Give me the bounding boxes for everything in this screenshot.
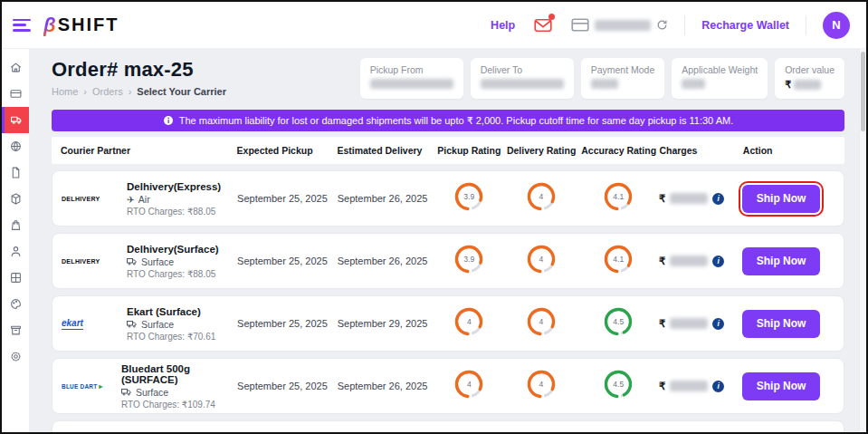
delhivery-logo: DELHIVERY: [62, 196, 100, 202]
charges-cell: ₹ i: [659, 317, 742, 330]
column-header-estimated-delivery: Estimated Delivery: [337, 145, 434, 156]
pickup-rating-cell: 4: [434, 369, 504, 403]
breadcrumb-separator: ›: [83, 86, 87, 97]
redacted-value: [370, 79, 453, 89]
expected-pickup-cell: September 25, 2025: [237, 381, 338, 391]
estimated-delivery-cell: September 26, 2025: [338, 193, 434, 204]
sidebar-item-person[interactable]: [2, 238, 29, 265]
info-card-order-value: Order value ₹: [775, 58, 844, 99]
sidebar-item-grid[interactable]: [2, 265, 29, 291]
column-header-expected-pickup: Expected Pickup: [237, 145, 338, 156]
redacted-value: [682, 79, 705, 89]
notification-dot: [548, 14, 555, 20]
mode-label: Air: [138, 194, 150, 205]
carrier-row-bluedart-500g-express-: BLUE DART ▸ Bluedart 500g (EXPRESS): [52, 420, 844, 434]
rating-gauge: 4.5: [603, 306, 634, 337]
breadcrumb-home[interactable]: Home: [52, 86, 78, 97]
sidebar-item-archive[interactable]: [2, 317, 29, 343]
column-header-delivery-rating: Delivery Rating: [504, 145, 578, 156]
sidebar-item-document[interactable]: [2, 159, 29, 186]
wallet-balance: [571, 18, 668, 32]
divider: [684, 15, 685, 35]
help-link[interactable]: Help: [491, 19, 515, 32]
accuracy-rating-cell: 4.5: [578, 306, 659, 341]
plane-icon: ✈: [127, 194, 135, 205]
app-window: β SHIFT Help Recharge Wallet N Order#: [0, 0, 868, 434]
courier-partner-cell: DELHIVERY Delhivery(Surface) SurfaceRTO …: [62, 244, 237, 279]
archive-icon: [10, 324, 22, 336]
charges-info-icon[interactable]: i: [712, 193, 724, 205]
redacted-charges: [670, 193, 708, 204]
rating-gauge: 4: [526, 244, 557, 275]
pickup-rating-cell: 3.9: [434, 181, 504, 216]
currency-symbol: ₹: [659, 255, 665, 267]
globe-icon: [10, 140, 22, 152]
rating-gauge: 3.9: [453, 181, 484, 212]
sidebar-item-gear[interactable]: [2, 343, 29, 370]
recharge-wallet-link[interactable]: Recharge Wallet: [701, 19, 789, 32]
ekart-logo: ekart: [62, 318, 83, 330]
truck-icon: [127, 257, 138, 266]
scrollbar-thumb[interactable]: [861, 52, 865, 131]
sidebar-item-home[interactable]: [2, 54, 29, 81]
action-cell: Ship Now: [742, 185, 835, 213]
charges-info-icon[interactable]: i: [712, 381, 724, 392]
main-content: Order# max-25 Home › Orders › Select You…: [29, 49, 859, 432]
hamburger-menu-icon[interactable]: [13, 19, 31, 32]
carrier-row-bluedart-500g-surface-: BLUE DART ▸ Bluedart 500g (SURFACE) Surf…: [52, 358, 844, 414]
expected-pickup-cell: September 25, 2025: [237, 256, 338, 266]
app-logo: β SHIFT: [43, 14, 119, 37]
ship-now-button[interactable]: Ship Now: [742, 372, 820, 400]
delivery-rating-cell: 4: [504, 244, 578, 278]
rating-gauge: 4: [453, 306, 484, 337]
sidebar-item-wallet-card[interactable]: [2, 81, 29, 107]
charges-info-icon[interactable]: i: [712, 318, 724, 330]
courier-name: Delhivery(Express): [127, 181, 221, 192]
redacted-charges: [670, 381, 708, 391]
column-header-courier-partner: Courier Partner: [61, 145, 237, 156]
sidebar-item-globe[interactable]: [2, 133, 29, 159]
sidebar-nav: [2, 49, 29, 432]
currency-symbol: ₹: [659, 380, 665, 392]
truck-icon: [121, 388, 132, 397]
order-summary-cards: Pickup From Deliver To Payment Mode Appl…: [360, 58, 844, 99]
courier-name: Ekart (Surface): [127, 306, 215, 317]
redacted-value: [591, 79, 618, 89]
divider: [806, 15, 806, 35]
rating-value: 4: [526, 369, 557, 400]
courier-partner-cell: ekart Ekart (Surface) SurfaceRTO Charges…: [62, 306, 237, 342]
breadcrumb: Home › Orders › Select Your Carrier: [52, 86, 226, 97]
delivery-rating-cell: 4: [504, 306, 578, 341]
ship-now-button[interactable]: Ship Now: [742, 185, 820, 213]
bluedart-logo: BLUE DART ▸: [62, 382, 103, 391]
mode-label: Surface: [136, 387, 168, 398]
rating-gauge: 4: [526, 306, 557, 337]
ship-now-button[interactable]: Ship Now: [742, 310, 820, 338]
column-header-charges: Charges: [659, 145, 742, 156]
charges-info-icon[interactable]: i: [712, 256, 724, 267]
sidebar-item-bag[interactable]: [2, 212, 29, 238]
breadcrumb-orders[interactable]: Orders: [92, 86, 123, 97]
info-card-applicable-weight: Applicable Weight: [672, 58, 768, 99]
rating-gauge: 3.9: [453, 244, 484, 275]
user-avatar[interactable]: N: [823, 12, 850, 39]
refresh-icon[interactable]: [656, 19, 668, 31]
ship-now-button[interactable]: Ship Now: [742, 247, 820, 275]
action-cell: Ship Now: [742, 372, 835, 400]
sidebar-item-truck[interactable]: [2, 107, 29, 133]
rating-value: 4: [526, 244, 557, 275]
mail-icon[interactable]: [531, 15, 555, 35]
palette-icon: [10, 298, 22, 310]
currency-symbol: ₹: [785, 79, 791, 91]
sidebar-item-package-box[interactable]: [2, 186, 29, 212]
logo-text: SHIFT: [58, 14, 119, 35]
scrollbar[interactable]: [859, 49, 866, 432]
rating-value: 4: [526, 306, 557, 337]
carrier-rows: DELHIVERY Delhivery(Express) ✈AirRTO Cha…: [52, 170, 844, 434]
service-mode: Surface: [127, 319, 215, 330]
sidebar-item-palette[interactable]: [2, 291, 29, 317]
truck-icon: [11, 114, 23, 126]
info-card-label: Payment Mode: [591, 64, 655, 75]
carrier-row-delhivery-express-: DELHIVERY Delhivery(Express) ✈AirRTO Cha…: [52, 170, 844, 227]
bag-icon: [10, 219, 22, 231]
